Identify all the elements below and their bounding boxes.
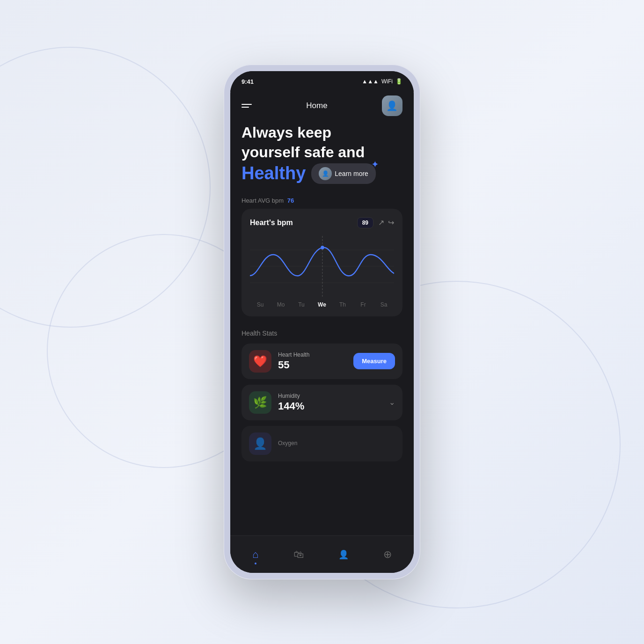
chart-day-th: Th bbox=[332, 301, 353, 308]
status-time: 9:41 bbox=[242, 78, 254, 85]
chart-peak-dot bbox=[321, 246, 324, 249]
chart-day-we: We bbox=[312, 301, 332, 308]
wifi-icon: WiFi bbox=[381, 78, 393, 85]
signal-icon: ▲▲▲ bbox=[362, 78, 379, 85]
nav-bag[interactable]: 🛍 bbox=[286, 545, 311, 564]
heart-health-icon-box: ❤️ bbox=[249, 350, 271, 373]
heart-avg-row: Heart AVG bpm 76 bbox=[242, 197, 402, 204]
app-header: Home 👤 bbox=[230, 92, 414, 124]
humidity-card: 🌿 Humidity 144% ⌄ bbox=[242, 385, 402, 420]
bg-circle-1 bbox=[0, 47, 211, 328]
chart-graph bbox=[250, 236, 394, 297]
hero-healthy-row: Healthy ✦ 👤 Learn more bbox=[242, 163, 402, 184]
hero-section: Always keep yourself safe and Healthy ✦ … bbox=[242, 124, 402, 184]
nav-profile-icon: 👤 bbox=[338, 549, 349, 560]
oxygen-card: 👤 Oxygen bbox=[242, 426, 402, 461]
heart-health-info: Heart Health 55 bbox=[278, 351, 347, 371]
measure-button[interactable]: Measure bbox=[353, 353, 395, 369]
chart-day-su: Su bbox=[250, 301, 271, 308]
content-spacer bbox=[242, 467, 402, 475]
chart-day-fr: Fr bbox=[353, 301, 373, 308]
chart-day-mo: Mo bbox=[271, 301, 291, 308]
bpm-wave bbox=[250, 247, 394, 276]
heart-health-value: 55 bbox=[278, 359, 347, 371]
learn-more-label: Learn more bbox=[335, 170, 368, 177]
heart-health-icon: ❤️ bbox=[253, 355, 267, 368]
chart-value-badge: 89 bbox=[357, 217, 373, 228]
nav-bag-icon: 🛍 bbox=[293, 549, 304, 561]
nav-profile[interactable]: 👤 bbox=[331, 546, 356, 564]
chart-svg bbox=[250, 236, 394, 297]
oxygen-info: Oxygen bbox=[278, 440, 395, 447]
hero-line1: Always keep bbox=[242, 124, 402, 141]
chart-day-tu: Tu bbox=[291, 301, 312, 308]
status-icons: ▲▲▲ WiFi 🔋 bbox=[362, 78, 402, 85]
humidity-value: 144% bbox=[278, 400, 382, 412]
menu-line-2 bbox=[242, 107, 249, 108]
chart-forward-icon[interactable]: ↪ bbox=[388, 218, 394, 227]
page-title: Home bbox=[306, 101, 327, 110]
chart-header: Heart's bpm 89 ↗ ↪ bbox=[250, 217, 394, 228]
oxygen-name: Oxygen bbox=[278, 440, 395, 446]
avatar[interactable]: 👤 bbox=[382, 95, 402, 116]
heart-health-name: Heart Health bbox=[278, 351, 347, 358]
chart-share-icon[interactable]: ↗ bbox=[378, 218, 384, 227]
nav-add-icon: ⊕ bbox=[383, 549, 392, 561]
learn-more-button[interactable]: 👤 Learn more bbox=[311, 163, 376, 184]
chart-day-sa: Sa bbox=[373, 301, 394, 308]
avatar-image: 👤 bbox=[382, 95, 402, 116]
heart-health-card: ❤️ Heart Health 55 Measure bbox=[242, 344, 402, 379]
phone-device: 9:41 ▲▲▲ WiFi 🔋 Home 👤 Always keep yo bbox=[224, 65, 420, 579]
menu-line-1 bbox=[242, 104, 252, 105]
phone-screen: 9:41 ▲▲▲ WiFi 🔋 Home 👤 Always keep yo bbox=[230, 71, 414, 573]
humidity-chevron-icon[interactable]: ⌄ bbox=[389, 398, 395, 407]
chart-card: Heart's bpm 89 ↗ ↪ bbox=[242, 209, 402, 316]
heart-avg-value: 76 bbox=[287, 197, 294, 204]
humidity-icon: 🌿 bbox=[253, 396, 267, 409]
nav-active-dot bbox=[255, 563, 256, 564]
main-content: Always keep yourself safe and Healthy ✦ … bbox=[230, 124, 414, 535]
humidity-name: Humidity bbox=[278, 393, 382, 399]
nav-home[interactable]: ⌂ bbox=[245, 545, 266, 564]
learn-more-thumb: 👤 bbox=[319, 167, 332, 180]
nav-home-icon: ⌂ bbox=[252, 549, 258, 561]
chart-days: Su Mo Tu We Th Fr Sa bbox=[250, 301, 394, 308]
bottom-nav: ⌂ 🛍 👤 ⊕ bbox=[230, 535, 414, 573]
chart-title: Heart's bpm bbox=[250, 219, 293, 227]
chart-actions: ↗ ↪ bbox=[378, 218, 394, 227]
humidity-info: Humidity 144% bbox=[278, 393, 382, 412]
humidity-icon-box: 🌿 bbox=[249, 391, 271, 414]
hero-healthy-text: Healthy bbox=[242, 163, 306, 183]
heart-avg-label: Heart AVG bpm bbox=[242, 197, 284, 204]
nav-add[interactable]: ⊕ bbox=[376, 545, 399, 564]
oxygen-icon: 👤 bbox=[253, 437, 267, 450]
battery-icon: 🔋 bbox=[395, 78, 402, 85]
health-stats-label: Health Stats bbox=[242, 329, 402, 337]
oxygen-icon-box: 👤 bbox=[249, 432, 271, 455]
status-bar: 9:41 ▲▲▲ WiFi 🔋 bbox=[230, 71, 414, 92]
menu-button[interactable] bbox=[242, 104, 252, 108]
